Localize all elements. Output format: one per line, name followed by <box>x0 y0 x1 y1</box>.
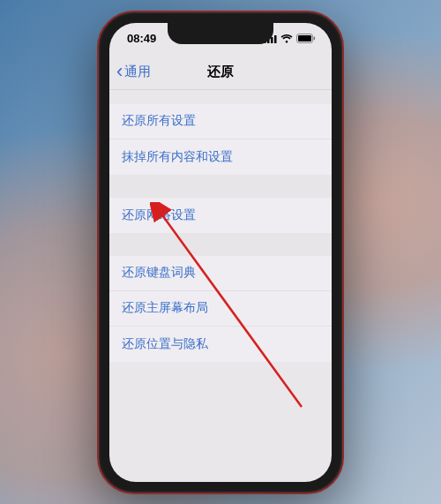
reset-network-settings-row[interactable]: 还原网络设置 <box>109 198 332 233</box>
wifi-icon <box>280 34 293 43</box>
svg-rect-2 <box>271 37 273 43</box>
back-button[interactable]: ‹ 通用 <box>109 60 151 83</box>
status-time: 08:49 <box>127 32 156 45</box>
phone-notch <box>168 23 273 44</box>
settings-group: 还原所有设置 抹掉所有内容和设置 <box>109 104 332 175</box>
battery-icon <box>296 34 316 43</box>
row-label: 抹掉所有内容和设置 <box>122 149 233 165</box>
reset-location-privacy-row[interactable]: 还原位置与隐私 <box>109 327 332 362</box>
phone-screen: 08:49 ‹ 通用 还原 还原所有设置 <box>109 23 332 482</box>
page-title: 还原 <box>207 64 234 80</box>
erase-all-content-row[interactable]: 抹掉所有内容和设置 <box>109 139 332 175</box>
navigation-bar: ‹ 通用 还原 <box>109 55 332 90</box>
row-label: 还原所有设置 <box>122 113 196 129</box>
row-label: 还原网络设置 <box>122 207 196 223</box>
phone-frame: 08:49 ‹ 通用 还原 还原所有设置 <box>97 11 344 494</box>
reset-all-settings-row[interactable]: 还原所有设置 <box>109 104 332 139</box>
svg-rect-6 <box>314 37 316 41</box>
row-label: 还原主屏幕布局 <box>122 300 208 316</box>
reset-keyboard-dictionary-row[interactable]: 还原键盘词典 <box>109 256 332 291</box>
chevron-left-icon: ‹ <box>116 60 123 83</box>
reset-home-screen-row[interactable]: 还原主屏幕布局 <box>109 291 332 327</box>
settings-group: 还原键盘词典 还原主屏幕布局 还原位置与隐私 <box>109 256 332 362</box>
row-label: 还原位置与隐私 <box>122 336 208 352</box>
svg-rect-3 <box>274 35 277 43</box>
row-label: 还原键盘词典 <box>122 265 196 281</box>
settings-group: 还原网络设置 <box>109 198 332 233</box>
svg-rect-5 <box>298 35 311 41</box>
back-label: 通用 <box>124 64 151 80</box>
content-area: 还原所有设置 抹掉所有内容和设置 还原网络设置 还原键盘词典 还原主屏幕布局 还… <box>109 104 332 362</box>
